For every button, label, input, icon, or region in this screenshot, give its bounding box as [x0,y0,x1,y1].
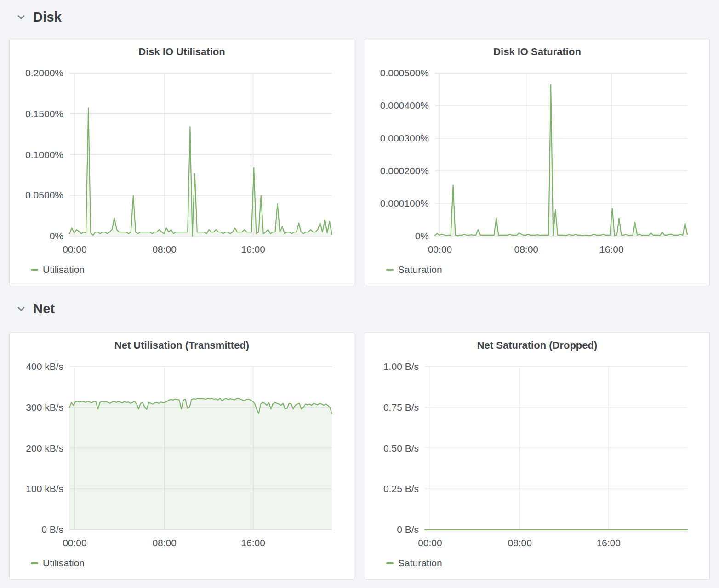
legend-series-swatch [386,562,394,564]
svg-text:0.25 B/s: 0.25 B/s [383,483,419,494]
svg-text:08:00: 08:00 [152,244,177,254]
legend-label: Utilisation [43,264,85,275]
svg-text:200 kB/s: 200 kB/s [26,443,63,453]
net-panels-row: Net Utilisation (Transmitted) 400 kB/s30… [9,332,710,580]
legend-series-swatch [386,269,394,271]
legend-item-saturation[interactable]: Saturation [386,264,709,275]
svg-text:0.0500%: 0.0500% [25,190,63,200]
disk-io-utilisation-chart[interactable]: 0.2000%0.1500%0.1000%0.0500%0%00:0008:00… [10,64,354,257]
svg-text:0.2000%: 0.2000% [25,68,63,78]
svg-text:00:00: 00:00 [63,244,87,254]
panel-title[interactable]: Disk IO Utilisation [10,45,354,58]
legend-label: Utilisation [43,558,85,569]
panel-net-utilisation: Net Utilisation (Transmitted) 400 kB/s30… [9,332,354,580]
legend-item-utilisation[interactable]: Utilisation [31,264,354,275]
svg-text:16:00: 16:00 [241,244,265,254]
net-utilisation-chart[interactable]: 400 kB/s300 kB/s200 kB/s100 kB/s0 B/s00:… [10,357,354,550]
svg-text:0 B/s: 0 B/s [397,524,419,535]
svg-text:400 kB/s: 400 kB/s [26,361,63,372]
svg-text:0.1000%: 0.1000% [25,149,63,160]
svg-text:16:00: 16:00 [599,244,624,254]
svg-text:0.000300%: 0.000300% [380,133,429,143]
panel-net-saturation: Net Saturation (Dropped) 1.00 B/s0.75 B/… [365,332,710,580]
svg-text:0.000500%: 0.000500% [380,68,429,78]
svg-text:0 B/s: 0 B/s [41,524,63,535]
panel-title[interactable]: Net Utilisation (Transmitted) [10,339,354,352]
svg-text:00:00: 00:00 [418,537,442,548]
svg-text:16:00: 16:00 [241,537,265,548]
svg-text:0.75 B/s: 0.75 B/s [383,402,419,413]
legend-item-utilisation[interactable]: Utilisation [31,558,354,569]
section-header-disk: Disk [9,0,710,25]
legend-series-swatch [31,269,38,271]
svg-text:08:00: 08:00 [514,244,538,254]
legend-label: Saturation [398,264,442,275]
disk-panels-row: Disk IO Utilisation 0.2000%0.1500%0.1000… [9,39,710,286]
section-header-net: Net [9,286,710,317]
section-title-net[interactable]: Net [33,301,55,317]
net-saturation-chart[interactable]: 1.00 B/s0.75 B/s0.50 B/s0.25 B/s0 B/s00:… [365,357,709,550]
legend-series-swatch [31,562,38,564]
svg-text:100 kB/s: 100 kB/s [26,483,63,494]
svg-text:0%: 0% [415,231,429,241]
svg-text:1.00 B/s: 1.00 B/s [383,361,419,372]
svg-text:0%: 0% [50,231,63,241]
panel-title[interactable]: Disk IO Saturation [365,45,709,58]
svg-text:0.000100%: 0.000100% [380,198,429,209]
dashboard-page: Disk Disk IO Utilisation 0.2000%0.1500%0… [0,0,719,580]
panel-disk-io-utilisation: Disk IO Utilisation 0.2000%0.1500%0.1000… [9,39,354,286]
legend-item-saturation[interactable]: Saturation [386,558,709,569]
panel-disk-io-saturation: Disk IO Saturation 0.000500%0.000400%0.0… [365,39,710,286]
svg-text:0.000200%: 0.000200% [380,165,429,176]
disk-io-saturation-chart[interactable]: 0.000500%0.000400%0.000300%0.000200%0.00… [365,64,709,257]
section-title-disk[interactable]: Disk [33,9,62,25]
svg-text:08:00: 08:00 [508,537,532,548]
svg-text:0.000400%: 0.000400% [380,100,429,111]
chevron-down-icon[interactable] [16,11,27,23]
svg-text:0.1500%: 0.1500% [25,108,63,119]
svg-text:16:00: 16:00 [596,537,621,548]
chevron-down-icon[interactable] [16,303,27,314]
legend-label: Saturation [398,558,442,569]
svg-text:00:00: 00:00 [63,537,87,548]
panel-title[interactable]: Net Saturation (Dropped) [365,339,709,352]
svg-text:08:00: 08:00 [152,537,177,548]
svg-text:300 kB/s: 300 kB/s [26,402,63,413]
svg-text:00:00: 00:00 [428,244,452,254]
svg-text:0.50 B/s: 0.50 B/s [383,443,419,453]
